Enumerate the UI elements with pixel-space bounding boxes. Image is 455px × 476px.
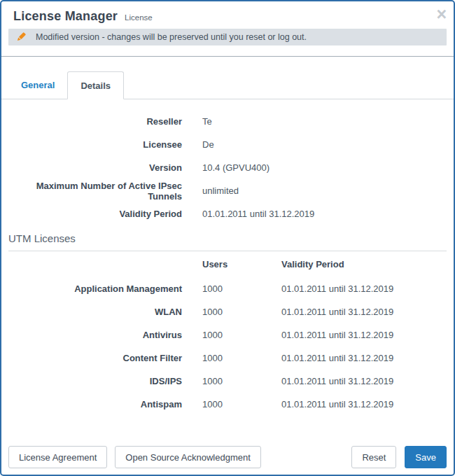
tab-details[interactable]: Details: [67, 71, 124, 99]
column-header-users: Users: [202, 259, 261, 270]
utm-licenses-heading: UTM Licenses: [8, 232, 447, 244]
table-header-row: Users Validity Period: [1, 251, 454, 277]
pencil-icon: [15, 31, 27, 43]
save-button[interactable]: Save: [405, 446, 447, 468]
page-title: License Manager: [13, 9, 118, 24]
header-divider: [1, 56, 454, 57]
license-name: Antivirus: [8, 330, 182, 340]
license-validity: 01.01.2011 until 31.12.2019: [281, 307, 393, 317]
table-row: Antispam 1000 01.01.2011 until 31.12.201…: [1, 393, 454, 416]
modified-notification-bar: Modified version - changes will be prese…: [8, 29, 447, 46]
field-value: unlimited: [202, 186, 239, 196]
license-name: Antispam: [8, 399, 182, 410]
license-validity: 01.01.2011 until 31.12.2019: [281, 330, 393, 340]
license-name: IDS/IPS: [8, 376, 182, 386]
field-label: Licensee: [8, 139, 182, 150]
table-row: Antivirus 1000 01.01.2011 until 31.12.20…: [1, 323, 454, 346]
field-label: Maximum Number of Active IPsec Tunnels: [8, 181, 182, 202]
license-manager-dialog: License Manager License × Modified versi…: [0, 0, 455, 476]
field-value: De: [202, 139, 214, 150]
license-name: WLAN: [8, 307, 182, 317]
field-ipsec-tunnels: Maximum Number of Active IPsec Tunnels u…: [1, 179, 454, 202]
license-agreement-button[interactable]: License Agreement: [8, 446, 107, 468]
field-value: 10.4 (GPVU400): [202, 162, 270, 173]
footer-left-buttons: License Agreement Open Source Acknowledg…: [8, 446, 261, 468]
footer-right-buttons: Reset Save: [351, 446, 447, 468]
field-validity-period: Validity Period 01.01.2011 until 31.12.2…: [1, 202, 454, 225]
field-value: Te: [202, 116, 212, 127]
field-label: Version: [8, 162, 182, 173]
field-value: 01.01.2011 until 31.12.2019: [202, 209, 314, 219]
field-label: Validity Period: [8, 209, 182, 219]
reset-button[interactable]: Reset: [351, 446, 396, 468]
tab-bar: General Details: [1, 71, 454, 99]
license-users: 1000: [202, 330, 261, 340]
table-row: Content Filter 1000 01.01.2011 until 31.…: [1, 346, 454, 370]
license-users: 1000: [202, 399, 261, 410]
dialog-header: License Manager License: [1, 1, 454, 24]
license-name: Content Filter: [8, 353, 182, 363]
dialog-footer: License Agreement Open Source Acknowledg…: [8, 446, 447, 468]
license-validity: 01.01.2011 until 31.12.2019: [281, 284, 393, 294]
license-validity: 01.01.2011 until 31.12.2019: [281, 399, 393, 410]
table-row: IDS/IPS 1000 01.01.2011 until 31.12.2019: [1, 370, 454, 393]
table-row: Application Management 1000 01.01.2011 u…: [1, 277, 454, 300]
close-icon[interactable]: ×: [436, 6, 447, 23]
column-header-validity: Validity Period: [281, 259, 344, 270]
open-source-acknowledgment-button[interactable]: Open Source Acknowledgment: [115, 446, 261, 468]
field-reseller: Reseller Te: [1, 110, 454, 133]
field-licensee: Licensee De: [1, 133, 454, 156]
license-users: 1000: [202, 353, 261, 363]
license-users: 1000: [202, 307, 261, 317]
notification-text: Modified version - changes will be prese…: [36, 32, 307, 42]
license-details: Reseller Te Licensee De Version 10.4 (GP…: [1, 110, 454, 225]
license-validity: 01.01.2011 until 31.12.2019: [281, 376, 393, 386]
license-validity: 01.01.2011 until 31.12.2019: [281, 353, 393, 363]
field-label: Reseller: [8, 116, 182, 127]
tab-general[interactable]: General: [8, 71, 67, 99]
page-subtitle: License: [125, 13, 153, 22]
utm-licenses-table: Users Validity Period Application Manage…: [1, 251, 454, 416]
license-name: Application Management: [8, 284, 182, 294]
license-users: 1000: [202, 284, 261, 294]
table-row: WLAN 1000 01.01.2011 until 31.12.2019: [1, 300, 454, 323]
license-users: 1000: [202, 376, 261, 386]
field-version: Version 10.4 (GPVU400): [1, 156, 454, 179]
